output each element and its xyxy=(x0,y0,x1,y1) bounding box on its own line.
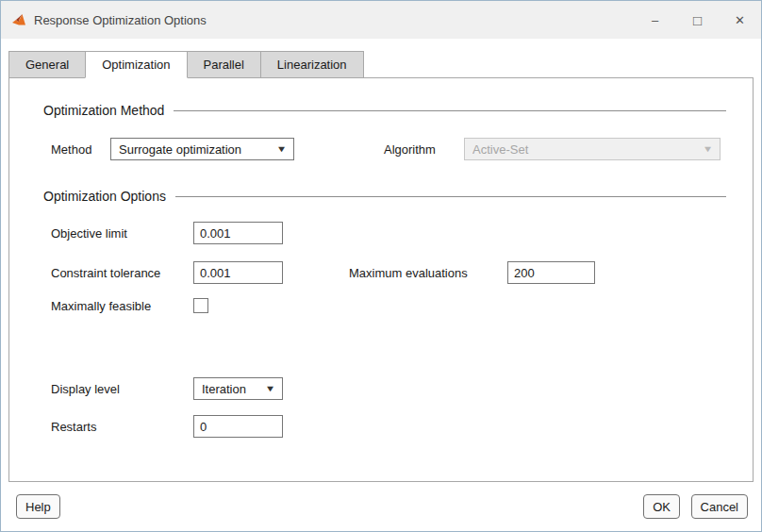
section-rule xyxy=(175,196,726,197)
maximum-evaluations-label: Maximum evaluations xyxy=(349,261,468,284)
maximally-feasible-checkbox[interactable] xyxy=(193,298,208,313)
tab-optimization[interactable]: Optimization xyxy=(85,51,187,78)
section-heading-label: Optimization Method xyxy=(43,103,164,118)
optimization-tab-panel: Optimization Method Method Surrogate opt… xyxy=(8,77,754,482)
method-dropdown[interactable]: Surrogate optimization ▼ xyxy=(110,138,294,160)
objective-limit-input[interactable] xyxy=(193,222,283,244)
section-heading-optimization-method: Optimization Method xyxy=(43,103,726,118)
matlab-icon xyxy=(11,12,26,27)
section-heading-label: Optimization Options xyxy=(43,189,166,204)
constraint-tolerance-input[interactable] xyxy=(193,261,283,284)
display-level-dropdown[interactable]: Iteration ▼ xyxy=(193,377,283,400)
display-level-label: Display level xyxy=(51,377,120,400)
close-icon[interactable]: ✕ xyxy=(719,1,761,39)
chevron-down-icon: ▼ xyxy=(265,384,276,393)
cancel-button[interactable]: Cancel xyxy=(691,494,748,519)
algorithm-label: Algorithm xyxy=(384,138,436,160)
chevron-down-icon: ▼ xyxy=(276,144,288,154)
constraint-tolerance-label: Constraint tolerance xyxy=(51,261,160,284)
section-rule xyxy=(174,110,726,111)
help-button[interactable]: Help xyxy=(16,494,60,519)
window-controls: – □ ✕ xyxy=(634,1,761,39)
tab-linearization[interactable]: Linearization xyxy=(260,51,364,78)
chevron-down-icon: ▼ xyxy=(703,144,714,154)
tab-general[interactable]: General xyxy=(8,51,86,78)
algorithm-dropdown-value: Active-Set xyxy=(472,142,696,157)
objective-limit-label: Objective limit xyxy=(51,222,127,244)
method-dropdown-value: Surrogate optimization xyxy=(119,142,270,157)
algorithm-dropdown: Active-Set ▼ xyxy=(464,138,721,160)
maximum-evaluations-input[interactable] xyxy=(507,261,595,284)
ok-button[interactable]: OK xyxy=(643,494,680,519)
method-label: Method xyxy=(51,138,91,160)
maximally-feasible-label: Maximally feasible xyxy=(51,294,151,317)
section-heading-optimization-options: Optimization Options xyxy=(43,189,726,204)
tab-strip: General Optimization Parallel Linearizat… xyxy=(8,51,363,78)
minimize-icon[interactable]: – xyxy=(634,1,676,39)
maximize-icon[interactable]: □ xyxy=(676,1,719,39)
restarts-label: Restarts xyxy=(51,415,96,438)
window-title: Response Optimization Options xyxy=(34,13,207,27)
response-optimization-options-dialog: Response Optimization Options – □ ✕ Gene… xyxy=(0,0,762,532)
titlebar: Response Optimization Options – □ ✕ xyxy=(1,1,761,39)
tab-parallel[interactable]: Parallel xyxy=(187,51,261,78)
display-level-dropdown-value: Iteration xyxy=(202,382,258,396)
restarts-input[interactable] xyxy=(193,415,283,438)
